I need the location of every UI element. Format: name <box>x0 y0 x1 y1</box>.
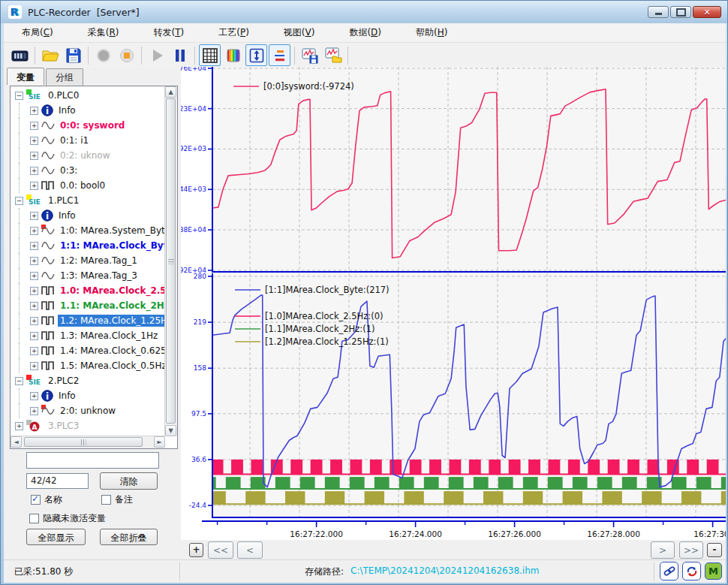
menu-item-2[interactable]: 采集(R) <box>77 24 130 41</box>
name-checkbox[interactable]: 名称 <box>31 493 62 506</box>
expand-node-icon[interactable]: + <box>30 242 38 250</box>
tree-item-info[interactable]: +iInfo <box>11 208 164 223</box>
fast-forward-button[interactable]: >> <box>679 541 703 559</box>
expand-node-icon[interactable]: + <box>30 227 38 235</box>
export-chart-button[interactable] <box>322 44 344 66</box>
expand-node-icon[interactable]: + <box>30 272 38 280</box>
tree-vertical-scrollbar[interactable]: ▲ ▼ <box>164 86 177 436</box>
collapse-node-icon[interactable]: − <box>15 197 23 205</box>
tree-item-0.plc0[interactable]: −SIE0.PLC0 <box>11 88 164 103</box>
tree-horizontal-scrollbar[interactable]: ◄ ► <box>11 436 165 448</box>
tree-item-info[interactable]: +iInfo <box>11 103 164 118</box>
expand-node-icon[interactable]: + <box>30 287 38 295</box>
play-button[interactable] <box>146 44 167 66</box>
grid-button[interactable] <box>199 44 221 66</box>
variable-filter-input[interactable] <box>26 452 159 469</box>
tree-item-1.3:marea.clock_1hz[interactable]: +1.3: MArea.Clock_1Hz <box>11 328 164 343</box>
step-back-button[interactable]: < <box>237 541 263 559</box>
expand-node-icon[interactable]: + <box>30 167 38 175</box>
tree-item-1.0:marea.clock_2.5hz[interactable]: +1.0: MArea.Clock_2.5Hz <box>11 283 164 298</box>
open-folder-button[interactable] <box>39 44 61 66</box>
step-forward-button[interactable]: > <box>651 541 675 559</box>
zoom-in-button[interactable]: + <box>189 543 203 557</box>
menu-item-7[interactable]: 帮助(H) <box>405 24 458 41</box>
expand-node-icon[interactable]: + <box>30 392 38 400</box>
hide-inactive-checkbox-box[interactable] <box>29 514 39 523</box>
tree-item-2.plc2[interactable]: −SIE2.PLC2 <box>11 373 164 388</box>
plc-device-button[interactable] <box>9 44 31 66</box>
clear-button[interactable]: 清除 <box>100 472 158 490</box>
expand-node-icon[interactable]: + <box>30 107 38 115</box>
scroll-right-icon[interactable]: ► <box>154 436 165 448</box>
menu-item-4[interactable]: 工艺(P) <box>208 24 260 41</box>
expand-node-icon[interactable]: + <box>30 407 38 415</box>
menu-item-6[interactable]: 数据(D) <box>338 24 392 41</box>
save-chart-image-button[interactable] <box>299 44 320 66</box>
expand-node-icon[interactable]: + <box>30 317 38 325</box>
name-checkbox-box[interactable] <box>31 495 41 505</box>
save-button[interactable] <box>62 44 84 66</box>
maximize-button[interactable] <box>670 6 691 18</box>
tree-item-1.1:marea.clock_2hz[interactable]: +1.1: MArea.Clock_2Hz <box>11 298 164 313</box>
scroll-left-icon[interactable]: ◄ <box>11 436 22 448</box>
tree-item-3.plc3[interactable]: +A3.PLC3 <box>11 418 164 433</box>
expand-node-icon[interactable]: + <box>30 347 38 355</box>
time-axis[interactable]: 16:27:22.00016:27:24.00016:27:26.00016:2… <box>181 519 726 540</box>
tree-item-0:2:uknow[interactable]: +0:2: uknow <box>11 148 164 163</box>
tree-item-0:3:[interactable]: +0:3: <box>11 163 164 178</box>
scroll-down-icon[interactable]: ▼ <box>165 425 176 436</box>
expand-node-icon[interactable]: + <box>30 137 38 145</box>
tree-item-1.plc1[interactable]: −SIE1.PLC1 <box>11 193 164 208</box>
tree-item-1.5:marea.clock_0.5hz[interactable]: +1.5: MArea.Clock_0.5Hz <box>11 358 164 373</box>
link-icon[interactable] <box>660 562 678 580</box>
expand-node-icon[interactable]: + <box>30 332 38 340</box>
palette-button[interactable] <box>222 44 244 66</box>
expand-node-icon[interactable]: + <box>15 422 23 430</box>
expand-node-icon[interactable]: + <box>30 362 38 370</box>
expand-node-icon[interactable]: + <box>30 212 38 220</box>
marker-button[interactable]: M <box>705 562 722 580</box>
fit-vertical-button[interactable] <box>245 44 267 66</box>
tree-item-1.4:marea.clock_0.625hz[interactable]: +1.4: MArea.Clock_0.625Hz <box>11 343 164 358</box>
collapse-node-icon[interactable]: − <box>15 92 23 100</box>
tree-vscroll-thumb[interactable] <box>166 98 176 424</box>
title-bar[interactable]: R R PLC-Recorder [Server*] ✕ <box>1 1 727 23</box>
sync-icon[interactable] <box>682 562 701 580</box>
tree-item-1:3:marea.tag_3[interactable]: +1:3: MArea.Tag_3 <box>11 268 164 283</box>
stop-button[interactable] <box>116 44 137 66</box>
zoom-out-button[interactable]: - <box>707 543 722 557</box>
expand-node-icon[interactable]: + <box>30 257 38 265</box>
tree-item-1:0:marea.system_byte[interactable]: +1:0: MArea.System_Byte <box>11 223 164 238</box>
note-checkbox[interactable]: 备注 <box>101 493 133 506</box>
collapse-node-icon[interactable]: − <box>15 377 23 385</box>
tab-groups[interactable]: 分组 <box>46 68 83 86</box>
menu-item-1[interactable]: 布局(C) <box>11 24 64 41</box>
collapse-all-button[interactable]: 全部折叠 <box>100 529 158 545</box>
tree-item-1:2:marea.tag_1[interactable]: +1:2: MArea.Tag_1 <box>11 253 164 268</box>
tree-item-1.2:marea.clock_1.25hz[interactable]: +1.2: MArea.Clock_1.25Hz <box>11 313 164 328</box>
menu-item-5[interactable]: 视图(V) <box>273 24 326 41</box>
tree-item-0.0:bool0[interactable]: +0.0: bool0 <box>11 178 164 193</box>
top-chart-canvas[interactable]: 3.76E+042.23E+046.92E+03-8.44E+03-2.38E+… <box>181 67 726 273</box>
separate-curves-button[interactable] <box>269 44 290 66</box>
pause-button[interactable] <box>169 44 191 66</box>
bottom-chart-canvas[interactable]: 28021915897.536.6-24.4[1:1]MArea.Clock_B… <box>181 273 726 519</box>
tree-item-2:0:unknow[interactable]: +2:0: unknow <box>11 403 164 418</box>
expand-node-icon[interactable]: + <box>30 152 38 160</box>
expand-node-icon[interactable]: + <box>30 122 38 130</box>
tree-item-0:0:sysword[interactable]: +0:0: sysword <box>11 118 164 133</box>
close-button[interactable]: ✕ <box>693 6 721 18</box>
menu-item-3[interactable]: 转发(T) <box>143 24 194 41</box>
record-button[interactable] <box>92 44 114 66</box>
expand-node-icon[interactable]: + <box>30 182 38 190</box>
minimize-button[interactable] <box>648 6 669 18</box>
tab-variables[interactable]: 变量 <box>7 68 44 85</box>
scroll-up-icon[interactable]: ▲ <box>165 86 176 98</box>
tree-hscroll-thumb[interactable] <box>24 437 143 447</box>
show-all-button[interactable]: 全部显示 <box>26 529 86 545</box>
note-checkbox-box[interactable] <box>101 495 111 505</box>
tree-item-info[interactable]: +iInfo <box>11 388 164 403</box>
hide-inactive-checkbox[interactable]: 隐藏未激活变量 <box>29 512 106 525</box>
tree-item-1:1:marea.clock_byte[interactable]: +1:1: MArea.Clock_Byte <box>11 238 164 253</box>
expand-node-icon[interactable]: + <box>30 302 38 310</box>
